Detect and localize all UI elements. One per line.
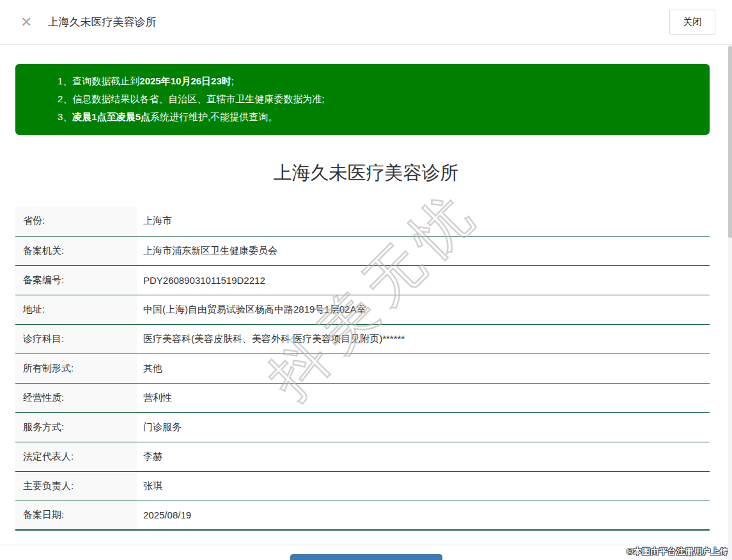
row-value: 2025/08/19 bbox=[137, 501, 710, 530]
row-value: 上海市 bbox=[137, 206, 710, 236]
notice-number: 1、 bbox=[58, 75, 72, 86]
row-value: 李赫 bbox=[137, 442, 710, 471]
table-row: 所有制形式: 其他 bbox=[15, 354, 710, 383]
row-label: 备案日期: bbox=[15, 501, 137, 530]
notice-text-bold: 凌晨1点至凌晨5点 bbox=[72, 111, 150, 122]
row-label: 所有制形式: bbox=[15, 354, 137, 383]
table-row: 经营性质: 营利性 bbox=[15, 383, 710, 412]
notice-line-2: 2、信息数据结果以各省、自治区、直辖市卫生健康委数据为准; bbox=[58, 90, 697, 108]
scrollbar[interactable] bbox=[728, 45, 732, 560]
row-value: PDY26089031011519D2212 bbox=[137, 265, 710, 295]
table-row: 诊疗科目: 医疗美容科(美容皮肤科、美容外科 医疗美容项目见附页)****** bbox=[15, 324, 710, 354]
close-x-icon[interactable]: ✕ bbox=[20, 15, 32, 29]
footer: 【关闭窗口】 bbox=[0, 545, 732, 560]
row-label: 省份: bbox=[15, 206, 137, 236]
notice-box: 1、查询数据截止到2025年10月26日23时; 2、信息数据结果以各省、自治区… bbox=[15, 64, 710, 135]
table-row: 主要负责人: 张琪 bbox=[15, 471, 710, 501]
row-value: 其他 bbox=[137, 354, 710, 383]
clinic-info-table: 省份: 上海市 备案机关: 上海市浦东新区卫生健康委员会 备案编号: PDY26… bbox=[15, 206, 710, 531]
notice-text: 查询数据截止到 bbox=[72, 75, 139, 86]
row-label: 法定代表人: bbox=[15, 442, 137, 471]
row-label: 主要负责人: bbox=[15, 471, 137, 501]
table-row: 地址: 中国(上海)自由贸易试验区杨高中路2819号1层02A室 bbox=[15, 295, 710, 324]
notice-text: 系统进行维护,不能提供查询。 bbox=[150, 111, 277, 122]
window-title: 上海久未医疗美容诊所 bbox=[47, 15, 156, 29]
table-row: 服务方式: 门诊服务 bbox=[15, 412, 710, 442]
row-value: 门诊服务 bbox=[137, 412, 710, 442]
row-label: 地址: bbox=[15, 295, 137, 324]
row-label: 服务方式: bbox=[15, 412, 137, 442]
row-value: 张琪 bbox=[137, 471, 710, 501]
table-row: 备案日期: 2025/08/19 bbox=[15, 501, 710, 530]
row-value: 上海市浦东新区卫生健康委员会 bbox=[137, 236, 710, 265]
notice-number: 2、 bbox=[58, 93, 72, 104]
page-title: 上海久未医疗美容诊所 bbox=[0, 160, 732, 186]
title-bar: ✕ 上海久未医疗美容诊所 关闭 bbox=[0, 0, 732, 45]
table-row: 备案机关: 上海市浦东新区卫生健康委员会 bbox=[15, 236, 710, 265]
notice-line-1: 1、查询数据截止到2025年10月26日23时; bbox=[58, 72, 697, 90]
row-label: 备案机关: bbox=[15, 236, 137, 265]
table-row: 备案编号: PDY26089031011519D2212 bbox=[15, 265, 710, 295]
row-value: 营利性 bbox=[137, 383, 710, 412]
row-value: 医疗美容科(美容皮肤科、美容外科 医疗美容项目见附页)****** bbox=[137, 324, 710, 354]
notice-text: 信息数据结果以各省、自治区、直辖市卫生健康委数据为准; bbox=[72, 93, 324, 104]
notice-number: 3、 bbox=[58, 111, 72, 122]
close-button[interactable]: 关闭 bbox=[669, 10, 715, 35]
table-row: 省份: 上海市 bbox=[15, 206, 710, 236]
row-label: 备案编号: bbox=[15, 265, 137, 295]
scrollbar-thumb[interactable] bbox=[728, 46, 732, 238]
row-value: 中国(上海)自由贸易试验区杨高中路2819号1层02A室 bbox=[137, 295, 710, 324]
row-label: 诊疗科目: bbox=[15, 324, 137, 354]
notice-text-bold: 2025年10月26日23时 bbox=[139, 75, 231, 86]
table-row: 法定代表人: 李赫 bbox=[15, 442, 710, 471]
upload-credit-text: ©本图由平台注册用户上传 bbox=[627, 546, 728, 557]
close-window-button[interactable]: 【关闭窗口】 bbox=[290, 554, 442, 560]
notice-line-3: 3、凌晨1点至凌晨5点系统进行维护,不能提供查询。 bbox=[58, 108, 697, 126]
notice-text: ; bbox=[231, 75, 234, 86]
row-label: 经营性质: bbox=[15, 383, 137, 412]
